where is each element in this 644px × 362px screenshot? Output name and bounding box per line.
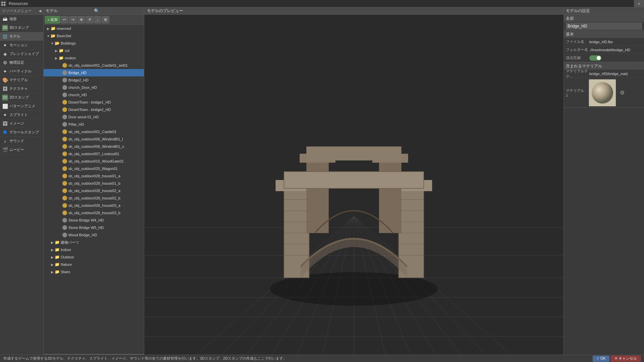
tree-item-church-door[interactable]: church_Door_HD: [44, 84, 144, 91]
tree-label-lookout: sb_obj_outdoor007_Lookout01: [68, 152, 119, 156]
tree-item-house03b[interactable]: sb_obj_outdoor028_house03_b: [44, 209, 144, 217]
model-panel: モデル 🔍 + 追加 ↩ ↪ ⊕ ✕ ↓ ⊞ ▶ 📁 reserved: [44, 7, 144, 362]
tree-item-deserttown-bridge1[interactable]: DesertTown - bridge1_HD: [44, 99, 144, 106]
tree-item-house01b[interactable]: sb_obj_outdoor028_house01_b: [44, 180, 144, 187]
tree-item-wood-bridge[interactable]: Wood Bridge_HD: [44, 231, 144, 239]
sidebar-item-blendshape[interactable]: ◈ ブレンドシェイプ: [0, 50, 43, 58]
model-panel-header: モデル 🔍: [44, 7, 144, 15]
tree-label-nature: Nature: [61, 262, 72, 266]
sidebar-label-blendshape: ブレンドシェイプ: [9, 51, 39, 56]
status-bar: 作成するゲームで使用する3Dモデル、テクスチャ、スプライト、イメージ、サウンド等…: [0, 355, 644, 362]
folder-icon: 📁: [50, 26, 56, 31]
sidebar-label-motion: モーション: [9, 43, 28, 48]
sidebar-item-image[interactable]: 🖼 イメージ: [0, 119, 43, 128]
sidebar-collapse-button[interactable]: ◀: [39, 9, 41, 13]
tree-item-church-hd[interactable]: church_HD: [44, 91, 144, 99]
tree-item-motion[interactable]: ▶ 📁 motion: [44, 54, 144, 62]
tree-item-house02b[interactable]: sb_obj_outdoor028_house02_b: [44, 194, 144, 202]
tree-item-stone-bridge-w5[interactable]: Stone Bridge W5_HD: [44, 224, 144, 231]
tree-label-pillar: Pillar_HD: [68, 122, 84, 126]
tree-item-deserttown-bridge2[interactable]: DesertTown - bridge2_HD: [44, 106, 144, 113]
sidebar-item-material[interactable]: 🎨 マテリアル: [0, 76, 43, 84]
tree-item-door-wood[interactable]: Door wood 01_HD: [44, 113, 144, 121]
model-panel-title: モデル: [46, 8, 94, 14]
preview-viewport[interactable]: [144, 15, 564, 362]
tree-item-lookout[interactable]: sb_obj_outdoor007_Lookout01: [44, 150, 144, 158]
ok-button[interactable]: ✓ OK: [593, 356, 609, 362]
import-button[interactable]: ↓: [94, 16, 101, 23]
tree-label-indoor: Indoor: [61, 248, 71, 252]
tree-item-castle01set01[interactable]: sb_obj_outdoor001_Castle01_set01: [44, 62, 144, 69]
tree-label-col: col: [65, 49, 69, 53]
tree-item-col[interactable]: ▶ 📁 col: [44, 47, 144, 54]
add-button[interactable]: + 追加: [45, 16, 60, 23]
tree-item-outdoor[interactable]: ▶ 📁 Outdoor: [44, 253, 144, 261]
expander-basicset: ▼: [46, 34, 50, 38]
tree-item-wagon[interactable]: sb_obj_outdoor025_Wagon01: [44, 165, 144, 172]
close-button[interactable]: ×: [634, 0, 644, 7]
folder-icon-stairs: 📁: [54, 269, 60, 274]
delete-icon: ✕: [88, 17, 91, 22]
model-dot-icon: [62, 225, 67, 230]
redo-button[interactable]: ↪: [69, 16, 77, 23]
tree-item-house02a[interactable]: sb_obj_outdoor028_house02_a: [44, 187, 144, 194]
tree-item-windmill-l[interactable]: sb_obj_outdoor006_Windmill01_l: [44, 135, 144, 143]
terrain-icon: 🏔: [2, 16, 8, 22]
tree-item-reserved[interactable]: ▶ 📁 reserved: [44, 25, 144, 32]
tree-item-stone-bridge-w4[interactable]: Stone Bridge W4_HD: [44, 217, 144, 224]
tree-item-castle01[interactable]: sb_obj_outdoor001_Castle01: [44, 128, 144, 135]
sidebar-item-sprite[interactable]: ✦ スプライト: [0, 111, 43, 119]
copy-button[interactable]: ⊕: [77, 16, 85, 23]
tree-item-pillar[interactable]: Pillar_HD: [44, 121, 144, 128]
tree-item-house03a[interactable]: sb_obj_outdoor028_house03_a: [44, 202, 144, 209]
tree-label-outdoor: Outdoor: [61, 255, 74, 259]
sidebar-item-patternanim[interactable]: ⬜ パターンアニメ: [0, 102, 43, 111]
export-button[interactable]: ⊞: [102, 16, 109, 23]
sidebar-item-physics[interactable]: ⚙ 物理設定: [0, 58, 43, 67]
preview-panel-header: モデルのプレビュー: [144, 7, 564, 15]
tree-item-indoor[interactable]: ▶ 📁 Indoor: [44, 246, 144, 253]
delete-button[interactable]: ✕: [86, 16, 94, 23]
material-extra-icon[interactable]: ⚙: [618, 88, 626, 97]
tree-label-windmill-l: sb_obj_outdoor006_Windmill01_l: [68, 137, 123, 141]
folder-icon-motion: 📁: [58, 56, 64, 60]
model-dot-icon: [62, 129, 67, 134]
sidebar-item-motion[interactable]: ✦ モーション: [0, 41, 43, 50]
tree-item-bridge2-hd[interactable]: Bridge2_HD: [44, 76, 144, 84]
vertex-compress-toggle[interactable]: [589, 55, 601, 61]
sidebar-item-model[interactable]: モデル: [0, 32, 43, 41]
tree-label-deserttown-bridge2: DesertTown - bridge2_HD: [68, 108, 111, 112]
model-name-input[interactable]: [566, 23, 642, 29]
sidebar-item-3dstamp[interactable]: 3D 3Dスタンプ: [0, 23, 43, 32]
tree-item-woodgate[interactable]: sb_obj_outdoor015_WoodGate01: [44, 158, 144, 165]
sidebar-item-particle[interactable]: ✦ パーティクル: [0, 67, 43, 76]
search-icon[interactable]: 🔍: [94, 8, 142, 13]
undo-icon: ↩: [63, 17, 66, 22]
tree-item-basicset[interactable]: ▼ 📂 BasicSet: [44, 32, 144, 40]
sidebar-item-movie[interactable]: 🎬 ムービー: [0, 145, 43, 154]
tree-item-bridge-hd[interactable]: Bridge_HD: [44, 69, 144, 76]
tree-item-windmill-s[interactable]: sb_obj_outdoor006_Windmill01_s: [44, 143, 144, 150]
sidebar-item-2dstamp[interactable]: 2D 2Dスタンプ: [0, 93, 43, 102]
sidebar-item-terrain[interactable]: 🏔 地形: [0, 15, 43, 23]
model-dot-icon: [62, 159, 67, 164]
sidebar-label-terrain: 地形: [9, 16, 17, 21]
sidebar-label-movie: ムービー: [9, 147, 24, 152]
tree-item-house01a[interactable]: sb_obj_outdoor028_house01_a: [44, 172, 144, 180]
sidebar-item-decal[interactable]: 🔵 デカールスタンプ: [0, 128, 43, 137]
expander-nature: ▶: [50, 263, 54, 266]
tree-item-buildings[interactable]: ▼ 📂 Buildings: [44, 40, 144, 47]
sidebar-label-texture: テクスチャ: [9, 86, 28, 91]
sidebar-item-texture[interactable]: 🖼 テクスチャ: [0, 84, 43, 93]
svg-rect-1: [4, 2, 5, 3]
tree-label-wood-bridge: Wood Bridge_HD: [68, 233, 97, 237]
tree-label-church-hd: church_HD: [68, 93, 87, 97]
sidebar-item-sound[interactable]: ♪ サウンド: [0, 137, 43, 145]
cancel-button[interactable]: ✕ キャンセル: [611, 356, 641, 362]
name-section-header: 名前: [564, 15, 644, 22]
tree-item-nature[interactable]: ▶ 📁 Nature: [44, 261, 144, 268]
tree-item-building-parts[interactable]: ▶ 📁 建物パーツ: [44, 239, 144, 246]
tree-item-stairs[interactable]: ▶ 📁 Stairs: [44, 268, 144, 276]
undo-button[interactable]: ↩: [61, 16, 68, 23]
material-thumbnail[interactable]: [589, 79, 615, 106]
